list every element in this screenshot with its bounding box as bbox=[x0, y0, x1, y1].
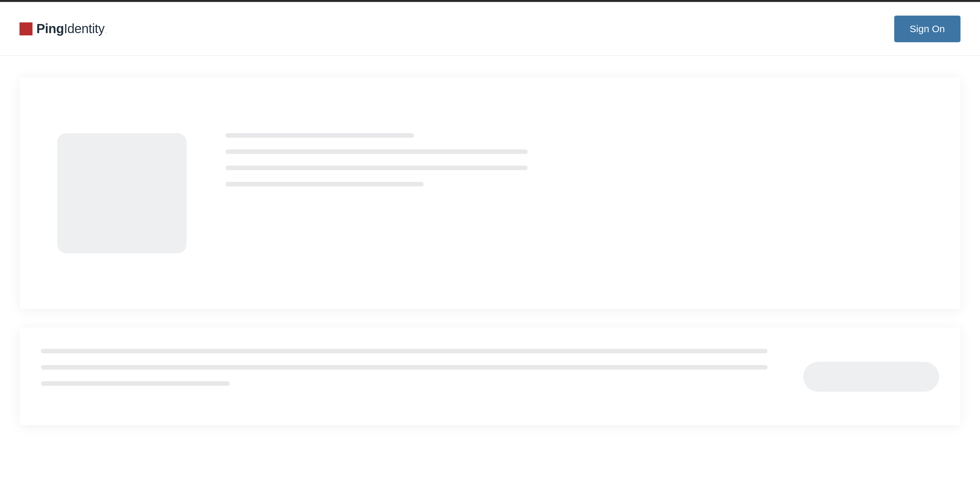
hero-card-skeleton bbox=[19, 77, 961, 309]
main-content bbox=[0, 56, 980, 426]
site-header: PingIdentity. Sign On bbox=[0, 2, 980, 56]
skeleton-line bbox=[226, 133, 414, 138]
skeleton-line bbox=[226, 149, 528, 154]
brand-name-bold: Ping bbox=[37, 21, 64, 36]
skeleton-image-placeholder bbox=[57, 133, 186, 253]
sign-on-button[interactable]: Sign On bbox=[894, 16, 961, 42]
skeleton-line bbox=[41, 365, 767, 370]
skeleton-line bbox=[41, 349, 767, 353]
skeleton-line bbox=[226, 182, 424, 186]
brand-name-rest: Identity bbox=[64, 21, 105, 36]
brand-logo[interactable]: PingIdentity. bbox=[19, 21, 106, 36]
brand-logo-text: PingIdentity. bbox=[37, 21, 106, 36]
brand-name-dot: . bbox=[105, 29, 106, 34]
skeleton-line bbox=[41, 381, 230, 386]
skeleton-button-placeholder bbox=[803, 362, 939, 392]
skeleton-line bbox=[226, 165, 528, 170]
skeleton-text-block bbox=[226, 133, 941, 186]
skeleton-text-block bbox=[41, 349, 767, 386]
brand-logo-icon bbox=[19, 22, 32, 35]
secondary-card-skeleton bbox=[19, 327, 961, 426]
